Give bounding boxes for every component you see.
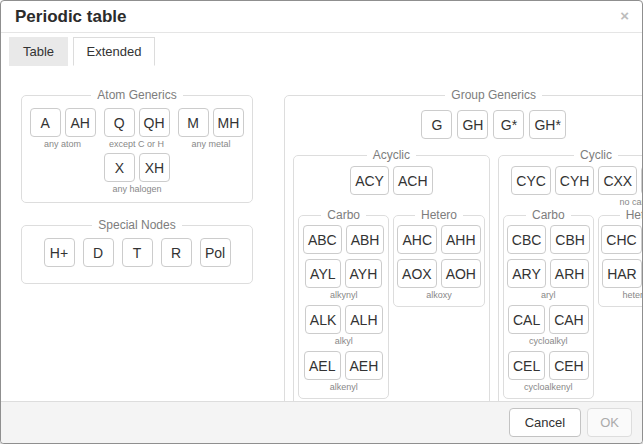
acyclic-hetero-section: Hetero AHC AHH — [393, 208, 484, 307]
button-mh[interactable]: MH — [213, 108, 245, 137]
button-cah[interactable]: CAH — [549, 305, 589, 334]
button-a[interactable]: A — [30, 108, 61, 137]
button-cyh[interactable]: CYH — [555, 166, 595, 195]
dialog-footer: Cancel OK — [1, 401, 642, 443]
button-group: CHC CHH — [601, 225, 642, 254]
any-atom-caption: any atom — [44, 139, 81, 149]
special-nodes-section: Special Nodes H+ D T R Pol — [21, 218, 253, 284]
button-gh[interactable]: GH — [457, 110, 488, 139]
button-g-star[interactable]: G* — [493, 110, 524, 139]
button-arh[interactable]: ARH — [550, 259, 590, 288]
alkenyl-group: AEL AEH alkenyl — [304, 351, 383, 392]
button-pair: ALK ALH — [305, 305, 383, 334]
except-c-or-h-caption: except C or H — [109, 139, 164, 149]
button-gh-star[interactable]: GH* — [529, 110, 565, 139]
periodic-table-dialog: Periodic table × Table Extended Atom Gen… — [0, 0, 643, 444]
button-cbc[interactable]: CBC — [507, 225, 547, 254]
button-h-plus[interactable]: H+ — [44, 238, 75, 267]
button-pair: AEL AEH — [304, 351, 383, 380]
cyclic-section: Cyclic CYC CYH CXX — [498, 148, 642, 401]
button-cbh[interactable]: CBH — [550, 225, 590, 254]
button-aeh[interactable]: AEH — [345, 351, 384, 380]
button-pair: CBC CBH — [507, 225, 590, 254]
hetero-aryl-group: HAR HAH hetero aryl — [602, 259, 642, 300]
button-aoh[interactable]: AOH — [441, 259, 481, 288]
button-ach[interactable]: ACH — [393, 166, 433, 195]
button-xh[interactable]: XH — [139, 153, 170, 182]
button-g[interactable]: G — [421, 110, 452, 139]
alkynyl-group: AYL AYH alkynyl — [305, 259, 382, 300]
close-icon[interactable]: × — [620, 8, 629, 23]
button-pair: CEL CEH — [508, 351, 589, 380]
cancel-button[interactable]: Cancel — [509, 408, 581, 437]
button-cyc[interactable]: CYC — [511, 166, 551, 195]
button-ayl[interactable]: AYL — [305, 259, 340, 288]
button-ael[interactable]: AEL — [304, 351, 340, 380]
button-group: ABC ABH — [303, 225, 385, 254]
button-pair: CYC CYH — [511, 166, 594, 195]
except-c-or-h-group: Q QH except C or H — [104, 108, 170, 149]
group-generics-legend: Group Generics — [445, 88, 542, 102]
any-metal-caption: any metal — [191, 139, 230, 149]
acyclic-carbo-section: Carbo ABC ABH — [298, 208, 389, 399]
button-qh[interactable]: QH — [139, 108, 170, 137]
left-column: Atom Generics A AH any atom Q QH — [21, 88, 253, 401]
acyclic-carbo-rows: ABC ABH AYL AYH — [302, 225, 385, 392]
button-aox[interactable]: AOX — [397, 259, 437, 288]
button-group: CBC CBH — [507, 225, 590, 254]
ok-button[interactable]: OK — [587, 408, 632, 437]
alkyl-group: ALK ALH alkyl — [305, 305, 383, 346]
button-m[interactable]: M — [178, 108, 209, 137]
cycloalkenyl-caption: cycloalkenyl — [524, 382, 573, 392]
dialog-title: Periodic table — [15, 7, 126, 26]
button-ahh[interactable]: AHH — [441, 225, 481, 254]
button-ayh[interactable]: AYH — [345, 259, 383, 288]
alkyl-caption: alkyl — [335, 336, 353, 346]
button-q[interactable]: Q — [104, 108, 135, 137]
cyclic-carbo-legend: Carbo — [526, 208, 571, 222]
button-chc[interactable]: CHC — [601, 225, 641, 254]
button-pol[interactable]: Pol — [200, 238, 231, 267]
button-ceh[interactable]: CEH — [549, 351, 589, 380]
button-x[interactable]: X — [104, 153, 135, 182]
button-r[interactable]: R — [161, 238, 192, 267]
cyclic-carbo-rows: CBC CBH ARY ARH — [507, 225, 590, 392]
button-ary[interactable]: ARY — [507, 259, 546, 288]
special-nodes-row: H+ D T R Pol — [30, 238, 244, 267]
button-pair: CAL CAH — [508, 305, 589, 334]
cycloalkenyl-group: CEL CEH cycloalkenyl — [508, 351, 589, 392]
dialog-header: Periodic table × — [1, 1, 642, 33]
alkynyl-caption: alkynyl — [330, 290, 358, 300]
button-cal[interactable]: CAL — [508, 305, 545, 334]
button-cxh[interactable]: CXH — [641, 166, 642, 195]
any-metal-group: M MH any metal — [178, 108, 245, 149]
atom-generics-row1: A AH any atom Q QH except C or H — [30, 108, 244, 149]
button-t[interactable]: T — [122, 238, 153, 267]
aryl-group: ARY ARH aryl — [507, 259, 589, 300]
any-halogen-group: X XH any halogen — [104, 153, 170, 194]
aryl-caption: aryl — [541, 290, 556, 300]
cyclic-hetero-rows: CHC CHH HAR HAH — [602, 225, 642, 300]
cyclic-sub-row: Carbo CBC CBH — [503, 208, 642, 399]
button-alk[interactable]: ALK — [305, 305, 341, 334]
button-d[interactable]: D — [83, 238, 114, 267]
button-alh[interactable]: ALH — [345, 305, 382, 334]
button-abh[interactable]: ABH — [346, 225, 385, 254]
tab-extended[interactable]: Extended — [73, 37, 156, 66]
acyclic-carbo-legend: Carbo — [321, 208, 366, 222]
button-acy[interactable]: ACY — [350, 166, 389, 195]
cyclic-carbo-section: Carbo CBC CBH — [503, 208, 594, 399]
tab-table[interactable]: Table — [9, 37, 68, 66]
button-pair: AOX AOH — [397, 259, 481, 288]
tab-bar: Table Extended — [1, 33, 642, 64]
button-cel[interactable]: CEL — [508, 351, 545, 380]
button-pair: M MH — [178, 108, 245, 137]
button-pair: HAR HAH — [602, 259, 642, 288]
button-pair: ARY ARH — [507, 259, 589, 288]
button-ahc[interactable]: AHC — [397, 225, 437, 254]
button-har[interactable]: HAR — [602, 259, 642, 288]
button-abc[interactable]: ABC — [303, 225, 342, 254]
button-ah[interactable]: AH — [65, 108, 96, 137]
button-cxx[interactable]: CXX — [598, 166, 637, 195]
acyclic-sub-row: Carbo ABC ABH — [298, 208, 485, 399]
